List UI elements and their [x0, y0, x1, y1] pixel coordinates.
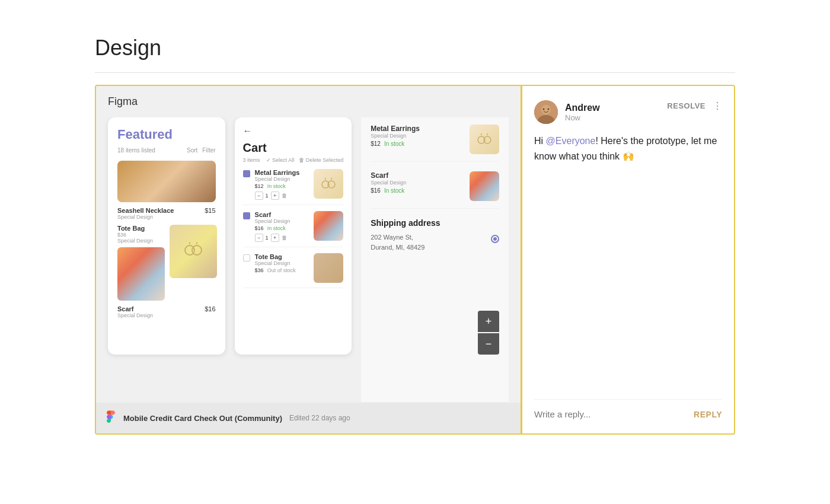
- cart-item-2: Scarf Special Design $16 In stock − 1 +: [243, 211, 344, 247]
- cart-item-2-thumb: [314, 211, 343, 241]
- qty-plus-1[interactable]: +: [271, 192, 279, 200]
- cart-item-1-price-row: $12 In stock: [255, 183, 309, 189]
- qty-minus-2[interactable]: −: [255, 234, 263, 242]
- filter-label[interactable]: Filter: [202, 147, 215, 154]
- cart-item-2-name: Scarf: [255, 211, 309, 218]
- avatar-svg: [534, 100, 558, 124]
- earrings-img-1: [314, 169, 343, 199]
- delete-selected[interactable]: 🗑 Delete Selected: [299, 157, 343, 163]
- svg-point-16: [548, 109, 550, 110]
- product-row-1: Seashell Necklace Special Design $15: [117, 207, 216, 220]
- comment-mention[interactable]: @Everyone: [546, 136, 596, 146]
- reply-button[interactable]: REPLY: [694, 410, 722, 419]
- rp-item-1-info: Metal Earrings Special Design $12 In sto…: [371, 125, 465, 147]
- footer-filename[interactable]: Mobile Credit Card Check Out (Community): [123, 414, 282, 423]
- rp-earrings-svg: [476, 131, 493, 148]
- page-title: Design: [95, 36, 735, 60]
- cart-title: Cart: [243, 141, 344, 155]
- back-arrow[interactable]: ←: [243, 126, 344, 136]
- comment-header: Andrew Now RESOLVE ⋮: [534, 100, 722, 124]
- cart-item-1: Metal Earrings Special Design $12 In sto…: [243, 169, 344, 205]
- radio-dot-inner: [493, 237, 497, 241]
- earrings-thumbnail: [170, 225, 217, 278]
- comment-user-info: Andrew Now: [534, 100, 600, 124]
- footer-edited: Edited 22 days ago: [289, 414, 350, 422]
- featured-meta: 18 items listed Sort Filter: [117, 147, 216, 154]
- product1-brand: Special Design: [117, 214, 174, 220]
- product1-price: $15: [205, 207, 215, 214]
- product2-name: Tote Bag: [117, 225, 153, 232]
- phone-cart-content: ← Cart 3 items ✓ Select All 🗑 Delete Sel…: [235, 117, 352, 302]
- right-preview-panel: Metal Earrings Special Design $12 In sto…: [361, 117, 509, 402]
- svg-point-15: [543, 109, 545, 110]
- cart-item-3-price-row: $36 Out of stock: [255, 267, 309, 273]
- cart-item-3-info: Tote Bag Special Design $36 Out of stock: [255, 253, 309, 273]
- cart-item-1-thumb: [314, 169, 343, 199]
- rp-item-2-name: Scarf: [371, 171, 465, 180]
- qty-plus-2[interactable]: +: [271, 234, 279, 242]
- rp-item-2-thumb: [470, 171, 499, 201]
- trash-icon-2[interactable]: 🗑: [282, 235, 287, 241]
- svg-point-13: [541, 105, 551, 114]
- figma-logo-icon: [106, 410, 116, 426]
- phone-featured: Featured 18 items listed Sort Filter: [108, 117, 225, 355]
- zoom-controls: + −: [478, 311, 499, 355]
- product2-price: $36: [117, 232, 153, 238]
- shipping-address: 202 Wayne St, Durand, MI, 48429: [371, 232, 424, 252]
- reply-area: REPLY: [534, 399, 722, 419]
- reply-input[interactable]: [534, 409, 694, 419]
- featured-row-items: Tote Bag $36 Special Design: [117, 225, 216, 301]
- product3-brand: Special Design: [117, 312, 153, 318]
- sort-label[interactable]: Sort: [187, 147, 197, 154]
- product-row-3: Scarf Special Design $16: [117, 305, 216, 318]
- cart-item-1-price: $12: [255, 183, 264, 189]
- phone-featured-content: Featured 18 items listed Sort Filter: [108, 117, 225, 328]
- zoom-in-button[interactable]: +: [478, 311, 499, 332]
- cart-checkbox-3[interactable]: [243, 254, 250, 261]
- tote-bag-inner: [117, 161, 216, 202]
- divider: [95, 72, 735, 73]
- cart-item-3-brand: Special Design: [255, 260, 309, 266]
- rp-item-1-stock: In stock: [384, 141, 404, 147]
- cart-items-count: 3 items: [243, 157, 260, 163]
- cart-item-2-price: $16: [255, 225, 264, 231]
- cart-checkbox-2[interactable]: [243, 212, 250, 219]
- comment-body: Hi @Everyone! Here's the prototype, let …: [534, 133, 722, 164]
- cart-item-3-name: Tote Bag: [255, 253, 309, 260]
- comment-user-name: Andrew: [565, 103, 600, 113]
- select-all[interactable]: ✓ Select All: [266, 157, 295, 163]
- shipping-title: Shipping address: [371, 218, 499, 228]
- avatar-face: [534, 100, 558, 124]
- rp-item-2-info: Scarf Special Design $16 In stock: [371, 171, 465, 194]
- cart-item-2-stock: In stock: [267, 225, 286, 231]
- trash-icon-1[interactable]: 🗑: [282, 193, 287, 199]
- rp-item-1-name: Metal Earrings: [371, 125, 465, 133]
- earrings-cart-svg: [320, 175, 337, 193]
- cart-meta: 3 items ✓ Select All 🗑 Delete Selected: [243, 157, 344, 163]
- zoom-out-button[interactable]: −: [478, 333, 499, 355]
- shipping-radio[interactable]: [491, 235, 499, 243]
- figma-panel: Figma Featured 18 items listed Sort Filt…: [96, 86, 521, 433]
- featured-title: Featured: [117, 127, 216, 142]
- cart-item-1-qty-row: − 1 + 🗑: [255, 192, 309, 200]
- rp-item-2-brand: Special Design: [371, 180, 465, 186]
- earrings-svg: [181, 240, 205, 263]
- product-row-2: Tote Bag $36 Special Design: [117, 225, 165, 244]
- scarf-img-cart: [314, 211, 343, 241]
- qty-minus-1[interactable]: −: [255, 192, 263, 200]
- right-preview-content: Metal Earrings Special Design $12 In sto…: [361, 117, 509, 259]
- avatar: [534, 100, 558, 124]
- figma-footer: Mobile Credit Card Check Out (Community)…: [96, 403, 521, 433]
- figma-header: Figma: [96, 86, 521, 117]
- cart-checkbox-1[interactable]: [243, 170, 250, 177]
- product3-name: Scarf: [117, 305, 153, 312]
- tote-img-cart: [314, 253, 343, 283]
- featured-meta-right: Sort Filter: [187, 147, 216, 154]
- rp-item-2-stock: In stock: [384, 187, 404, 194]
- shipping-line2: Durand, MI, 48429: [371, 243, 424, 253]
- product2-brand: Special Design: [117, 238, 153, 244]
- more-options-button[interactable]: ⋮: [713, 100, 722, 111]
- items-listed: 18 items listed: [117, 147, 155, 154]
- svg-point-1: [192, 245, 202, 255]
- resolve-button[interactable]: RESOLVE: [667, 101, 706, 110]
